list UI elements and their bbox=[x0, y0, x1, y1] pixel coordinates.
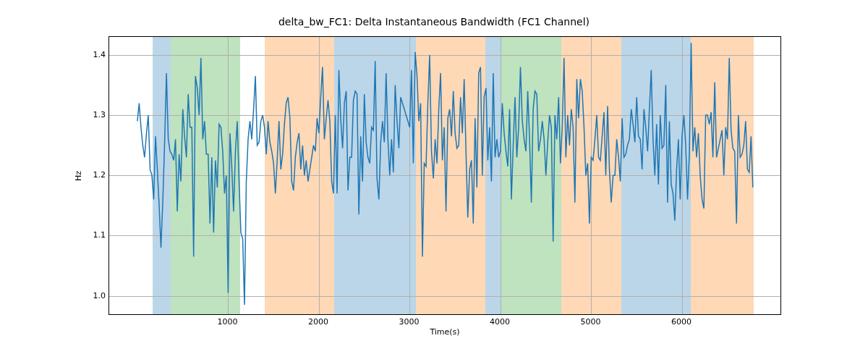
y-axis-label: Hz bbox=[71, 36, 85, 315]
line-series bbox=[109, 37, 781, 315]
plot-area bbox=[109, 36, 781, 315]
figure: delta_bw_FC1: Delta Instantaneous Bandwi… bbox=[0, 0, 868, 362]
x-tick-label: 1000 bbox=[217, 317, 237, 327]
x-axis-label: Time(s) bbox=[109, 327, 781, 337]
y-tick-label: 1.4 bbox=[85, 49, 106, 59]
x-tick-label: 3000 bbox=[399, 317, 419, 327]
x-tick-label: 5000 bbox=[580, 317, 600, 327]
y-tick-label: 1.1 bbox=[85, 230, 106, 240]
x-tick-label: 2000 bbox=[308, 317, 328, 327]
y-tick-label: 1.0 bbox=[85, 290, 106, 300]
chart-title: delta_bw_FC1: Delta Instantaneous Bandwi… bbox=[0, 16, 868, 28]
y-tick-label: 1.2 bbox=[85, 170, 106, 180]
x-tick-label: 6000 bbox=[671, 317, 692, 327]
x-tick-label: 4000 bbox=[490, 317, 510, 327]
y-tick-label: 1.3 bbox=[85, 110, 106, 119]
